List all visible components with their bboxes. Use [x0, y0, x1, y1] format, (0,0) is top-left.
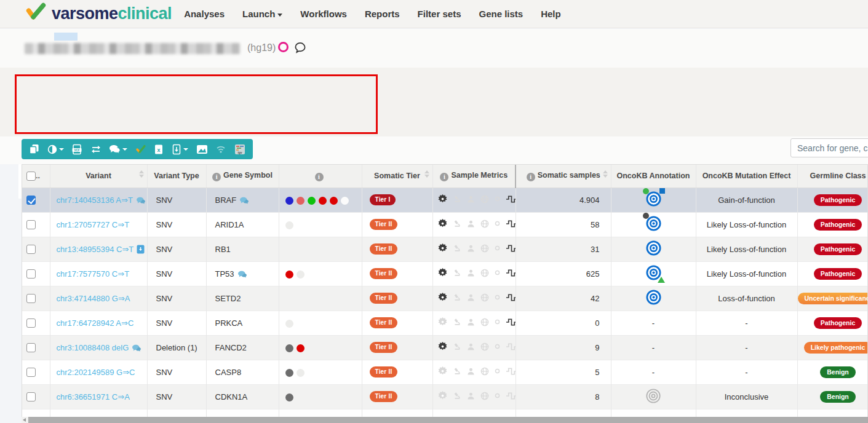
oncokb-target-icon[interactable] [645, 191, 662, 207]
row-checkbox[interactable] [26, 245, 36, 254]
scrollbar-thumb[interactable] [28, 417, 868, 423]
variant-link[interactable]: chr1:27057727 C⇒T [50, 212, 147, 237]
gene-symbol[interactable]: SETD2 [206, 286, 279, 310]
coverage-button[interactable] [215, 144, 226, 154]
quality-seal-icon[interactable] [438, 219, 447, 228]
globe-icon[interactable] [480, 195, 489, 204]
microscope-icon[interactable] [453, 194, 461, 204]
ring-icon[interactable] [495, 196, 500, 202]
gene-symbol[interactable]: PRKCA [206, 310, 279, 335]
ring-icon[interactable] [495, 319, 500, 325]
quality-seal-icon[interactable] [438, 391, 447, 400]
waveform-icon[interactable] [506, 293, 516, 302]
row-checkbox[interactable] [26, 392, 36, 401]
transfer-button[interactable] [90, 145, 102, 154]
ring-icon[interactable] [495, 368, 500, 374]
waveform-icon[interactable] [506, 195, 516, 204]
info-icon[interactable]: i [527, 173, 535, 181]
globe-icon[interactable] [480, 219, 489, 228]
germline-class-badge[interactable]: Pathogenic [814, 243, 862, 255]
info-icon[interactable]: i [212, 173, 221, 181]
sort-icon[interactable] [603, 170, 608, 178]
variant-link[interactable]: chr2:202149589 G⇒C [50, 360, 147, 384]
quality-seal-icon[interactable] [438, 194, 447, 204]
nav-item-launch[interactable]: Launch [242, 9, 282, 19]
ring-icon[interactable] [495, 221, 500, 226]
col-somatic-tier[interactable]: Somatic Tier [362, 165, 432, 188]
quality-seal-icon[interactable] [438, 317, 447, 326]
germline-class-badge[interactable]: Pathogenic [814, 317, 862, 329]
person-icon[interactable] [467, 244, 475, 253]
waveform-icon[interactable] [506, 318, 516, 326]
person-icon[interactable] [467, 342, 475, 351]
gene-symbol[interactable]: TP53 [206, 261, 279, 286]
quality-seal-icon[interactable] [438, 268, 447, 277]
variant-link[interactable]: chr6:36651971 C⇒A [50, 384, 147, 409]
ring-icon[interactable] [495, 344, 500, 349]
variant-link[interactable]: chr17:64728942 A⇒C [50, 310, 147, 335]
row-checkbox[interactable] [26, 269, 36, 279]
search-input[interactable] [790, 138, 868, 157]
row-checkbox[interactable] [26, 220, 36, 229]
somatic-tier-badge[interactable]: Tier II [370, 243, 398, 255]
ring-icon[interactable] [495, 295, 500, 300]
somatic-tier-badge[interactable]: Tier II [370, 342, 398, 353]
waveform-icon[interactable] [506, 342, 516, 351]
info-icon[interactable]: i [440, 173, 448, 181]
quality-seal-icon[interactable] [438, 366, 447, 376]
germline-class-badge[interactable]: Benign [820, 366, 856, 378]
nav-item-analyses[interactable]: Analyses [184, 9, 225, 19]
somatic-tier-badge[interactable]: Tier II [370, 391, 398, 402]
gene-symbol[interactable]: BRAF [206, 188, 279, 212]
file-export-button[interactable] [172, 144, 188, 155]
contrast-filter-button[interactable] [47, 144, 64, 154]
somatic-tier-badge[interactable]: Tier II [370, 219, 398, 230]
copy-button[interactable] [29, 144, 39, 154]
quality-seal-icon[interactable] [438, 243, 447, 253]
germline-class-badge[interactable]: Uncertain significance LP [798, 293, 868, 304]
oncokb-target-icon[interactable] [645, 264, 662, 281]
gene-symbol[interactable]: RB1 [206, 237, 279, 261]
germline-class-badge[interactable]: Pathogenic [814, 194, 862, 206]
nav-item-workflows[interactable]: Workflows [300, 9, 347, 19]
globe-icon[interactable] [480, 318, 489, 326]
nav-item-filter-sets[interactable]: Filter sets [418, 9, 461, 19]
globe-icon[interactable] [480, 293, 489, 302]
pink-ring-icon[interactable] [278, 42, 289, 52]
globe-icon[interactable] [480, 342, 489, 351]
waveform-icon[interactable] [506, 367, 516, 376]
igv-button[interactable]: igv [234, 144, 245, 155]
globe-icon[interactable] [480, 392, 489, 400]
chart-image-button[interactable] [196, 144, 208, 154]
waveform-icon[interactable] [506, 392, 516, 400]
gene-symbol[interactable]: FANCD2 [206, 335, 279, 360]
comments-button[interactable] [109, 144, 127, 154]
somatic-tier-badge[interactable]: Tier I [370, 194, 396, 205]
somatic-tier-badge[interactable]: Tier II [370, 366, 398, 378]
row-checkbox[interactable] [26, 318, 36, 328]
varsome-annotate-button[interactable] [135, 144, 146, 154]
waveform-icon[interactable] [506, 269, 516, 277]
somatic-tier-badge[interactable]: Tier II [370, 317, 398, 328]
somatic-tier-badge[interactable]: Tier II [370, 268, 398, 279]
scroll-left-arrow-icon[interactable] [23, 418, 26, 422]
col-somatic-samples[interactable]: iSomatic samples [516, 165, 611, 188]
col-variant[interactable]: Variant [50, 165, 147, 188]
nav-item-gene-lists[interactable]: Gene lists [479, 9, 523, 19]
variant-link[interactable]: chr3:10088408 delG [50, 335, 147, 360]
variant-link[interactable]: chr17:7577570 C⇒T [50, 261, 147, 286]
person-icon[interactable] [467, 293, 475, 302]
oncokb-target-icon[interactable] [645, 289, 662, 306]
globe-icon[interactable] [480, 367, 489, 376]
globe-icon[interactable] [480, 269, 489, 277]
microscope-icon[interactable] [453, 391, 461, 400]
waveform-icon[interactable] [506, 244, 516, 253]
sort-icon[interactable] [139, 170, 144, 178]
varsome-clinical-logo[interactable]: varsomeclinical [23, 1, 172, 27]
ring-icon[interactable] [495, 393, 500, 398]
germline-class-badge[interactable]: Pathogenic [814, 268, 862, 280]
waveform-icon[interactable] [506, 219, 516, 228]
variant-link[interactable]: chr7:140453136 A⇒T [50, 188, 147, 212]
gene-symbol[interactable]: ARID1A [206, 212, 279, 237]
microscope-icon[interactable] [453, 366, 461, 376]
